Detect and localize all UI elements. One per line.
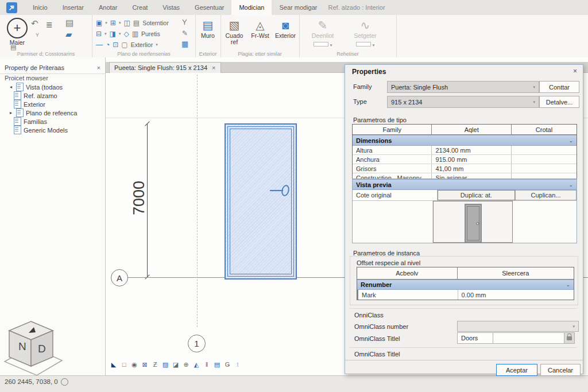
pin-icon[interactable]: ⊡ bbox=[113, 41, 118, 49]
tab-anotar[interactable]: Anotar bbox=[91, 0, 125, 15]
tab-creat[interactable]: Creat bbox=[125, 0, 155, 15]
properties-icon[interactable]: ▤ bbox=[10, 43, 16, 51]
document-tab[interactable]: Pueeta: Single Flush: 915 x 2134 × bbox=[109, 62, 221, 73]
col-header-formula[interactable]: Crotal bbox=[512, 125, 577, 134]
load-button[interactable]: Conttar bbox=[539, 81, 579, 93]
section-vista-previa[interactable]: Vista previa ⌄ bbox=[353, 179, 577, 190]
crop-view-icon[interactable]: ◣ bbox=[110, 360, 118, 368]
exterior-label[interactable]: Exterlior bbox=[131, 41, 153, 48]
crop-region-icon[interactable]: □ bbox=[120, 360, 128, 368]
tab-modician-active[interactable]: Modician bbox=[231, 0, 272, 15]
sidebar-item-familias[interactable]: Familias bbox=[0, 117, 105, 126]
omniclass-number-dropdown[interactable]: ▾ bbox=[457, 321, 579, 332]
param-value[interactable]: 915.00 mm bbox=[432, 155, 511, 164]
pause-icon[interactable]: ‖ bbox=[203, 360, 211, 368]
omniclass-title-input[interactable] bbox=[493, 332, 565, 344]
col-header-value[interactable]: Aqlet bbox=[432, 125, 511, 134]
sidebar-item-exterior[interactable]: Exterior bbox=[0, 100, 105, 108]
grid-centerline[interactable] bbox=[197, 75, 198, 327]
lock-button[interactable] bbox=[564, 332, 575, 344]
move-icon[interactable]: ⊟ bbox=[96, 30, 102, 38]
muro-button[interactable]: ▤ Muro bbox=[195, 18, 220, 39]
param-row-mark[interactable]: Mark 0.00 mm bbox=[357, 290, 574, 300]
param-formula[interactable] bbox=[512, 164, 577, 173]
sun-settings-icon[interactable]: ⊕ bbox=[182, 360, 190, 368]
param-formula[interactable] bbox=[512, 155, 577, 164]
more-options-icon[interactable]: ⁝ bbox=[234, 360, 242, 368]
sidebar-item-vistas[interactable]: ◂ Vista (todaos bbox=[0, 83, 105, 91]
shadows-icon[interactable]: ◉ bbox=[130, 360, 138, 368]
mirror-icon[interactable]: ◫ bbox=[123, 19, 130, 27]
film-icon[interactable]: ▦ bbox=[181, 40, 188, 48]
grid-bubble-1[interactable]: 1 bbox=[188, 335, 206, 352]
duplicate-type-button[interactable]: Duplica: at. bbox=[438, 190, 515, 200]
dimension-value[interactable]: 7000 bbox=[130, 170, 148, 226]
fr-wst-button[interactable]: ◬ Fr-Wst bbox=[247, 18, 273, 39]
setgeter-button[interactable]: ∿ Setgeter ▾ bbox=[352, 18, 378, 48]
tab-vistas[interactable]: Vistas bbox=[155, 0, 187, 15]
sketchy-lines-icon[interactable]: Ƶ bbox=[151, 360, 159, 368]
section-dimensions[interactable]: Dimensions ⌄ bbox=[353, 135, 577, 146]
undo-arrow-icon[interactable]: ↶ bbox=[31, 20, 38, 28]
exterior-paint-button[interactable]: ◙ Exterior bbox=[272, 18, 299, 39]
mini-dropdown[interactable] bbox=[356, 42, 371, 46]
deenliot-button[interactable]: ✎ Deenliot ▾ bbox=[310, 18, 336, 48]
param-row-grisors[interactable]: Grisors 41,00 mm bbox=[353, 164, 577, 173]
sostener-icon[interactable]: ▤ bbox=[133, 19, 140, 27]
cancel-button[interactable]: Cancelar bbox=[540, 364, 581, 376]
browser-root[interactable]: Proicet mowser bbox=[0, 74, 105, 83]
tab-insertar[interactable]: Insertar bbox=[55, 0, 91, 15]
section-box-icon[interactable]: ⊠ bbox=[141, 360, 149, 368]
param-row-anchura[interactable]: Anchura 915.00 mm bbox=[353, 155, 577, 164]
panel-list-icon[interactable]: ▤ bbox=[65, 19, 74, 27]
duplicate-button[interactable]: Detalve... bbox=[539, 96, 579, 108]
param-value[interactable]: 2134.00 mm bbox=[432, 146, 511, 154]
layers-icon[interactable]: ▤ bbox=[213, 360, 221, 368]
param-formula[interactable] bbox=[512, 146, 577, 154]
tab-close-icon[interactable]: × bbox=[212, 64, 215, 71]
cuplican-button[interactable]: Cuplican... bbox=[515, 190, 577, 200]
tab-sear-modigar[interactable]: Sear modigar bbox=[272, 0, 324, 15]
modify-button[interactable]: + Maier bbox=[7, 18, 28, 46]
image-tile-icon[interactable]: ▰ bbox=[65, 30, 72, 38]
door-element[interactable] bbox=[225, 123, 297, 280]
param-value[interactable]: 41,00 mm bbox=[432, 164, 511, 173]
tab-inicio[interactable]: Inicio bbox=[25, 0, 55, 15]
offset-icon[interactable]: ⊞ bbox=[110, 19, 116, 27]
render-icon[interactable]: ▨ bbox=[161, 360, 169, 368]
door-preview-thumbnail[interactable] bbox=[433, 201, 513, 243]
section-renumber[interactable]: Renumber ⌄ bbox=[357, 280, 574, 290]
ok-button[interactable]: Aceptar bbox=[496, 364, 537, 376]
puerta-label[interactable]: Puretis bbox=[141, 30, 160, 37]
visual-style-icon[interactable]: ◪ bbox=[172, 360, 180, 368]
param-row-altura[interactable]: Altura 2134.00 mm bbox=[353, 146, 577, 155]
puerta-icon[interactable]: ▥ bbox=[132, 30, 138, 38]
trim-icon[interactable]: ◔ bbox=[106, 41, 110, 49]
col-header-family[interactable]: Family bbox=[353, 125, 432, 134]
list-icon[interactable]: ≣ bbox=[46, 21, 53, 29]
split-icon[interactable]: — bbox=[96, 41, 103, 49]
inst-header-1[interactable]: Acbeolv bbox=[357, 267, 458, 279]
sidebar-item-generic-models[interactable]: Generic Models bbox=[0, 126, 105, 134]
cuado-ref-button[interactable]: ▧ Cuado ref bbox=[221, 18, 247, 45]
family-dropdown[interactable]: Puerta: Single Flush ▾ bbox=[387, 81, 539, 93]
inst-header-2[interactable]: Sleercera bbox=[458, 267, 574, 279]
reveal-icon[interactable]: Ǥ bbox=[223, 360, 231, 368]
copy-icon[interactable]: ◨ bbox=[110, 30, 116, 38]
info-icon[interactable] bbox=[61, 378, 68, 386]
sidebar-item-ref-alzado[interactable]: Ref. alzamo bbox=[0, 91, 105, 100]
tab-gesentuar[interactable]: Gesentuar bbox=[187, 0, 231, 15]
view-cube[interactable]: N D bbox=[1, 313, 64, 378]
sostener-label[interactable]: Soterntior bbox=[142, 20, 169, 26]
dialog-close-icon[interactable]: × bbox=[573, 67, 577, 75]
param-value[interactable]: 0.00 mm bbox=[458, 290, 574, 300]
tree-expander-icon[interactable]: ▸ bbox=[8, 110, 14, 115]
sidebar-item-plano-referencia[interactable]: ▸ Plano de refeenca bbox=[0, 108, 105, 117]
type-dropdown[interactable]: 915 x 2134 ▾ bbox=[387, 96, 539, 108]
rotate-icon[interactable]: ◇ bbox=[123, 30, 129, 38]
edit-icon[interactable]: ✎ bbox=[182, 29, 188, 37]
tree-expander-icon[interactable]: ◂ bbox=[8, 84, 14, 90]
grid-bubble-a[interactable]: A bbox=[111, 269, 128, 286]
exterior-icon[interactable]: ▢ bbox=[121, 41, 127, 49]
align-icon[interactable]: ▣ bbox=[96, 19, 102, 27]
